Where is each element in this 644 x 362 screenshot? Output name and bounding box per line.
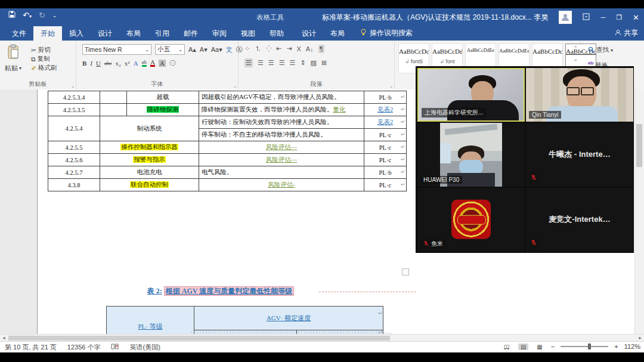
show-hide-marks-icon[interactable]: ¶: [318, 45, 324, 53]
redo-icon[interactable]: ↻: [39, 11, 45, 20]
align-center-icon[interactable]: ☰: [258, 59, 264, 67]
shading-icon[interactable]: ▨: [311, 59, 317, 67]
font-name-combo[interactable]: Times New R⌄: [82, 44, 151, 55]
tab-help[interactable]: 帮助: [262, 26, 291, 41]
video-tile-yumi[interactable]: 鱼米: [417, 188, 525, 252]
qat-customize-icon[interactable]: ⌄: [52, 13, 57, 18]
tab-home[interactable]: 开始: [33, 26, 62, 41]
zoom-slider[interactable]: [561, 346, 608, 347]
cell-item: 制动系统: [100, 116, 199, 141]
text-effects-icon[interactable]: A: [134, 60, 138, 67]
minimize-button[interactable]: ─: [600, 14, 605, 21]
subscript-icon[interactable]: x₂: [115, 60, 120, 67]
font-size-combo[interactable]: 小五⌄: [155, 44, 185, 55]
paste-button[interactable]: 粘贴▾: [5, 44, 21, 73]
shrink-font-icon[interactable]: A▾: [200, 46, 208, 54]
vertical-scroll-thumb[interactable]: [636, 124, 642, 167]
tab-mailings[interactable]: 邮件: [177, 26, 205, 41]
styles-scroll-up-icon[interactable]: ⌃: [573, 45, 578, 51]
see-table2-link[interactable]: 见表2: [377, 119, 393, 125]
decrease-indent-icon[interactable]: ⇤: [276, 45, 281, 52]
font-dialog-launcher[interactable]: ⌟: [234, 83, 236, 88]
align-left-icon[interactable]: ☰: [244, 58, 253, 67]
web-layout-icon[interactable]: ▦: [534, 344, 544, 350]
tab-design[interactable]: 设计: [91, 26, 119, 41]
font-color-icon[interactable]: A: [150, 59, 155, 67]
horizontal-scroll-thumb[interactable]: [8, 336, 390, 341]
character-shading-icon[interactable]: A: [159, 60, 166, 67]
grow-font-icon[interactable]: A▴: [188, 46, 196, 54]
proofing-icon[interactable]: [111, 344, 119, 351]
numbering-icon[interactable]: ⒈: [255, 44, 261, 53]
save-icon[interactable]: [8, 11, 16, 20]
group-clipboard: 粘贴▾ ✂剪切 ⧉复制 ✐格式刷 剪贴板 ⌟: [0, 41, 76, 89]
borders-icon[interactable]: ⊞: [321, 59, 327, 67]
line-spacing-icon[interactable]: ⇕: [300, 59, 305, 67]
vertical-scrollbar[interactable]: [634, 89, 644, 334]
tab-file[interactable]: 文件: [5, 26, 33, 41]
enclose-characters-icon[interactable]: ㊀: [169, 58, 176, 67]
tab-insert[interactable]: 插入: [62, 26, 91, 41]
sort-icon[interactable]: A↓: [306, 45, 314, 52]
word-count[interactable]: 12356 个字: [67, 343, 101, 352]
cut-button[interactable]: ✂剪切: [31, 46, 57, 54]
align-right-icon[interactable]: ☰: [268, 59, 274, 67]
video-tile-mai-jingwen[interactable]: 麦竞文-Intertek…: [526, 188, 633, 252]
superscript-icon[interactable]: x²: [125, 60, 130, 67]
zoom-slider-thumb[interactable]: [588, 344, 591, 349]
read-mode-icon[interactable]: 🕮: [501, 344, 512, 350]
video-tile-active-speaker[interactable]: 上海电器科学研究所...: [417, 68, 525, 122]
print-layout-icon[interactable]: ▤: [518, 344, 528, 350]
revision-link[interactable]: 风险评估—: [266, 156, 298, 163]
phonetic-guide-icon[interactable]: 文: [226, 45, 233, 54]
multilevel-list-icon[interactable]: ⁛: [266, 45, 271, 52]
page-indicator[interactable]: 第 10 页, 共 21 页: [5, 343, 57, 352]
styles-scroll-down-icon[interactable]: ⌄: [573, 56, 578, 62]
justify-icon[interactable]: ☰: [279, 59, 285, 67]
tab-table-design[interactable]: 设计: [295, 26, 323, 41]
revision-link[interactable]: 风险评估—: [266, 144, 298, 150]
user-avatar[interactable]: [559, 11, 572, 24]
undo-icon[interactable]: ↶▾: [23, 11, 32, 20]
video-tile-huawei-p30[interactable]: HUAWEI P30: [417, 123, 525, 187]
format-painter-icon: ✐: [31, 64, 36, 72]
increase-indent-icon[interactable]: ⇥: [286, 45, 292, 52]
change-case-icon[interactable]: Aa▾: [211, 46, 222, 54]
video-tile-niu-xijie[interactable]: 牛曦杰 - Interte…: [526, 123, 633, 187]
tab-references[interactable]: 引用: [148, 26, 177, 41]
share-button[interactable]: 共享: [615, 28, 638, 38]
cell-item: 超载: [127, 91, 199, 104]
strikethrough-icon[interactable]: abc: [104, 60, 112, 66]
highlight-color-icon[interactable]: ab: [142, 59, 147, 67]
tab-table-layout[interactable]: 布局: [323, 26, 352, 41]
bold-icon[interactable]: B: [82, 60, 86, 67]
zoom-in-icon[interactable]: +: [614, 343, 618, 350]
revision-link[interactable]: 风险评估-: [268, 181, 295, 188]
clipboard-dialog-launcher[interactable]: ⌟: [72, 83, 74, 88]
ribbon-display-options-icon[interactable]: [583, 13, 590, 21]
restore-button[interactable]: ❐: [616, 14, 622, 21]
screen: ↶▾ ↻ ⌄ 表格工具 标准草案-移动搬运机器人（AGV)认证技术规范 2019…: [0, 0, 644, 362]
revision-link[interactable]: 量化: [333, 106, 346, 113]
distribute-icon[interactable]: ☰: [290, 59, 296, 67]
tab-review[interactable]: 审阅: [205, 26, 234, 41]
asian-layout-icon[interactable]: X: [296, 45, 301, 52]
find-button[interactable]: 查找▾: [588, 46, 613, 54]
tell-me-search[interactable]: 操作说明搜索: [360, 28, 413, 41]
paragraph-dialog-launcher[interactable]: ⌟: [390, 83, 392, 88]
tab-layout[interactable]: 布局: [119, 26, 148, 41]
close-button[interactable]: ✕: [633, 13, 639, 22]
cell-clause: 4.2.5.4: [48, 116, 100, 141]
tab-view[interactable]: 视图: [234, 26, 262, 41]
copy-button[interactable]: ⧉复制: [31, 55, 57, 63]
zoom-out-icon[interactable]: −: [551, 343, 555, 350]
format-painter-button[interactable]: ✐格式刷: [31, 64, 57, 72]
italic-icon[interactable]: I: [90, 60, 92, 67]
language-indicator[interactable]: 英语(美国): [129, 343, 160, 352]
video-tile-qin-tianyi[interactable]: Qin Tianyi: [526, 68, 633, 122]
underline-icon[interactable]: U: [96, 60, 101, 67]
zoom-level[interactable]: 112%: [624, 343, 640, 350]
user-name[interactable]: 李昊: [534, 13, 548, 23]
bullets-icon[interactable]: ⁘: [244, 45, 250, 52]
see-table2-link[interactable]: 见表2: [377, 106, 393, 113]
